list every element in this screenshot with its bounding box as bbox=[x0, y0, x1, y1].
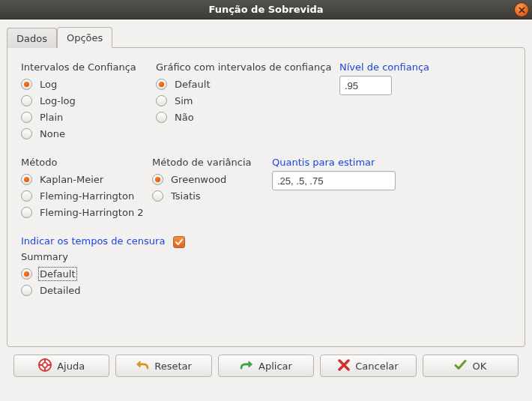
radio-var-tsiatis[interactable]: Tsiatis bbox=[152, 187, 272, 204]
group-conf-int: Intervalos de Confiança Log Log-log Plai… bbox=[21, 61, 156, 142]
radio-label: Log-log bbox=[40, 95, 76, 106]
radio-label: Plain bbox=[40, 112, 63, 123]
group-conf-level: Nível de confiança bbox=[339, 61, 429, 95]
radio-label: Log bbox=[40, 79, 57, 90]
radio-label: Não bbox=[175, 112, 194, 123]
radio-method-fh2[interactable]: Fleming-Harrington 2 bbox=[21, 204, 152, 220]
group-label: Quantis para estimar bbox=[272, 157, 407, 168]
radio-icon bbox=[21, 95, 32, 106]
svg-point-1 bbox=[43, 362, 47, 367]
radio-icon bbox=[21, 174, 32, 185]
tab-dados[interactable]: Dados bbox=[7, 28, 57, 48]
radio-icon bbox=[21, 79, 32, 90]
radio-conf-plot-sim[interactable]: Sim bbox=[156, 92, 339, 109]
window-body: Dados Opções Intervalos de Confiança Log… bbox=[0, 19, 532, 384]
censor-checkbox[interactable] bbox=[173, 236, 185, 248]
button-label: OK bbox=[472, 361, 486, 372]
ok-button[interactable]: OK bbox=[423, 355, 519, 377]
radio-label: Fleming-Harrington 2 bbox=[40, 207, 144, 218]
check-icon bbox=[175, 238, 184, 247]
button-label: Aplicar bbox=[259, 361, 292, 372]
radio-conf-plot-default[interactable]: Default bbox=[156, 76, 339, 92]
ok-check-icon bbox=[454, 359, 467, 373]
radio-icon bbox=[21, 285, 32, 296]
undo-arrow-icon bbox=[136, 359, 149, 373]
radio-icon bbox=[21, 112, 32, 123]
radio-icon bbox=[156, 112, 167, 123]
button-label: Ajuda bbox=[57, 361, 85, 372]
button-label: Resetar bbox=[154, 361, 192, 372]
group-summary: Summary Default Detailed bbox=[21, 251, 511, 298]
radio-label: Fleming-Harrington bbox=[40, 190, 134, 202]
radio-conf-int-log[interactable]: Log bbox=[21, 76, 156, 92]
censor-label: Indicar os tempos de censura bbox=[21, 235, 165, 247]
radio-icon bbox=[21, 268, 32, 280]
radio-method-km[interactable]: Kaplan-Meier bbox=[21, 171, 152, 187]
radio-icon bbox=[21, 207, 32, 218]
cancel-icon bbox=[338, 359, 350, 373]
group-censor: Indicar os tempos de censura bbox=[21, 235, 511, 248]
radio-conf-int-none[interactable]: None bbox=[21, 125, 156, 142]
radio-label: Tsiatis bbox=[171, 190, 201, 202]
radio-conf-plot-nao[interactable]: Não bbox=[156, 109, 339, 125]
group-quantiles: Quantis para estimar bbox=[272, 157, 407, 190]
radio-label: Default bbox=[40, 268, 76, 280]
group-label: Intervalos de Confiança bbox=[21, 61, 156, 73]
apply-button[interactable]: Aplicar bbox=[218, 355, 314, 377]
titlebar: Função de Sobrevida bbox=[0, 0, 532, 19]
tabs-row: Dados Opções bbox=[7, 26, 525, 47]
tab-opcoes[interactable]: Opções bbox=[57, 27, 112, 48]
button-row: Ajuda Resetar Aplicar bbox=[7, 347, 525, 377]
group-label: Gráfico com intervalos de confiança bbox=[156, 61, 339, 73]
help-button[interactable]: Ajuda bbox=[13, 355, 109, 377]
radio-label: None bbox=[40, 128, 65, 139]
radio-conf-int-loglog[interactable]: Log-log bbox=[21, 92, 156, 109]
window-title: Função de Sobrevida bbox=[208, 4, 323, 15]
radio-icon bbox=[156, 95, 167, 106]
group-label: Método bbox=[21, 157, 152, 168]
radio-icon bbox=[152, 190, 163, 202]
radio-label: Kaplan-Meier bbox=[40, 174, 103, 185]
radio-method-fh[interactable]: Fleming-Harrington bbox=[21, 187, 152, 204]
quantiles-input[interactable] bbox=[272, 171, 396, 190]
radio-icon bbox=[152, 174, 163, 185]
radio-icon bbox=[21, 128, 32, 139]
tab-label: Dados bbox=[16, 33, 47, 44]
cancel-button[interactable]: Cancelar bbox=[320, 355, 416, 377]
radio-label: Sim bbox=[175, 95, 193, 106]
conf-level-input[interactable] bbox=[339, 76, 392, 95]
group-label: Nível de confiança bbox=[339, 61, 429, 73]
group-label: Método de variância bbox=[152, 157, 272, 168]
tab-panel-opcoes: Intervalos de Confiança Log Log-log Plai… bbox=[7, 47, 525, 347]
window-close-button[interactable] bbox=[515, 3, 528, 16]
group-var-method: Método de variância Greenwood Tsiatis bbox=[152, 157, 272, 204]
forward-arrow-icon bbox=[240, 359, 253, 373]
group-conf-plot: Gráfico com intervalos de confiança Defa… bbox=[156, 61, 339, 125]
radio-icon bbox=[156, 79, 167, 90]
radio-summary-detailed[interactable]: Detailed bbox=[21, 282, 511, 298]
radio-icon bbox=[21, 190, 32, 202]
group-label: Summary bbox=[21, 251, 511, 262]
group-method: Método Kaplan-Meier Fleming-Harrington F… bbox=[21, 157, 152, 220]
help-icon bbox=[38, 358, 52, 374]
reset-button[interactable]: Resetar bbox=[115, 355, 211, 377]
radio-label: Detailed bbox=[40, 285, 81, 296]
radio-conf-int-plain[interactable]: Plain bbox=[21, 109, 156, 125]
radio-label: Default bbox=[175, 79, 211, 90]
close-icon bbox=[519, 7, 525, 13]
radio-var-greenwood[interactable]: Greenwood bbox=[152, 171, 272, 187]
button-label: Cancelar bbox=[355, 361, 398, 372]
tab-label: Opções bbox=[67, 32, 103, 43]
radio-label: Greenwood bbox=[171, 174, 226, 185]
radio-summary-default[interactable]: Default bbox=[21, 265, 511, 282]
